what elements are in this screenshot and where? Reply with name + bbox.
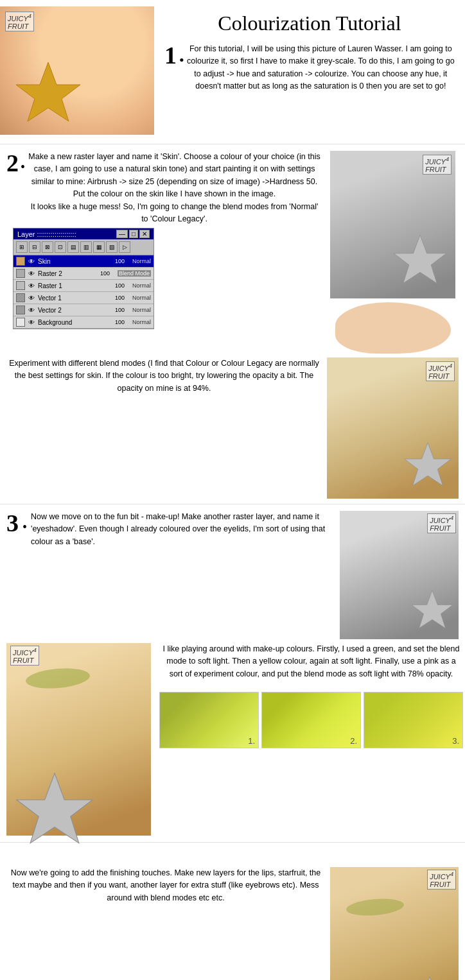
step3-detail-text: I like playing around with make-up colou… [159, 643, 463, 680]
eye-thumb-3: 3. [364, 692, 463, 748]
layer-thumb-skin [16, 257, 25, 266]
toolbar-btn-9[interactable]: ▷ [119, 241, 130, 253]
header-title-area: Colourization Tutorial 1 • For this tuto… [154, 6, 465, 98]
step2-section: 2 • Make a new raster layer and name it … [0, 147, 465, 501]
layer-name-vector1: Vector 1 [38, 295, 113, 302]
svg-marker-1 [394, 235, 446, 283]
layer-row-vector1[interactable]: 👁 Vector 1 100 Normal [13, 292, 154, 304]
toolbar-btn-7[interactable]: ▦ [93, 241, 105, 253]
step4-section: Now we're going to add the finishing tou… [0, 862, 465, 980]
step2-blend-text: Experiment with different blend modes (I… [6, 357, 322, 395]
layer-row-raster1[interactable]: 👁 Raster 1 100 Normal [13, 280, 154, 292]
step3-number: 3 [6, 511, 19, 535]
layer-panel: Layer :::::::::::::::::::: — □ ✕ ⊞ ⊟ ⊠ ⊡… [13, 228, 154, 329]
minimize-btn[interactable]: — [116, 230, 128, 238]
eye-thumbnails-row: 1. 2. 3. [159, 692, 463, 748]
step3-header-row: 3 • Now we move on to the fun bit - make… [6, 511, 459, 639]
step4-finishing-area: Now we're going to add the finishing tou… [6, 867, 325, 904]
silver-star-step2 [391, 232, 449, 292]
layer-eye-skin[interactable]: 👁 [27, 257, 36, 266]
layer-mode-vector2: Normal [132, 307, 151, 313]
toolbar-btn-2[interactable]: ⊟ [29, 241, 40, 253]
toolbar-btn-5[interactable]: ▤ [67, 241, 79, 253]
close-btn[interactable]: ✕ [139, 230, 150, 238]
step2-grey-face: JUICY4FRUIT [330, 151, 455, 298]
juicy-fruit-logo-4: JUICY4FRUIT [427, 513, 456, 533]
layer-eye-raster1[interactable]: 👁 [27, 281, 36, 290]
gold-star-header [13, 59, 83, 132]
layer-row-background[interactable]: 👁 Background 100 Normal [13, 316, 154, 329]
step3-intro-text: Now we move on to the fun bit - make-up!… [31, 511, 336, 548]
step2-text-area: 2 • Make a new raster layer and name it … [6, 151, 322, 332]
toolbar-btn-8[interactable]: ▧ [106, 241, 118, 253]
layer-row-vector2[interactable]: 👁 Vector 2 100 Normal [13, 304, 154, 316]
toolbar-btn-4[interactable]: ⊡ [55, 241, 66, 253]
step3-face-left-area: JUICY4FRUIT [6, 643, 154, 836]
layer-eye-raster2[interactable]: 👁 [27, 269, 36, 278]
eye-label-1: 1. [248, 736, 255, 746]
step4-finishing-text: Now we're going to add the finishing tou… [6, 867, 325, 904]
layer-opacity-raster2: 100 [100, 270, 116, 277]
juicy-fruit-logo-5: JUICY4FRUIT [10, 646, 39, 666]
layer-mode-raster1: Normal [132, 282, 151, 289]
layer-row-raster2[interactable]: 👁 Raster 2 100 Blend Mode [13, 268, 154, 280]
svg-marker-4 [17, 773, 92, 843]
layer-name-raster1: Raster 1 [38, 282, 113, 289]
step1-face-image: JUICY4FRUIT [0, 6, 154, 135]
step3-dot: • [22, 520, 27, 535]
eye-label-3: 3. [452, 736, 459, 746]
layer-thumb-vector2 [16, 305, 25, 314]
layer-thumb-raster2 [16, 269, 25, 278]
logo-overlay-6: JUICY4FRUIT [427, 870, 456, 890]
layer-mode-raster2: Blend Mode [118, 270, 151, 277]
layer-toolbar: ⊞ ⊟ ⊠ ⊡ ▤ ▥ ▦ ▧ ▷ [13, 239, 154, 255]
step1-number: 1 [164, 43, 177, 67]
step3-right-content: I like playing around with make-up colou… [159, 643, 463, 748]
layer-name-skin: Skin [38, 258, 113, 265]
step2-number: 2 [6, 151, 19, 175]
layer-opacity-raster1: 100 [115, 282, 130, 289]
silver-star-step2b [402, 440, 453, 494]
divider-1 [0, 144, 465, 144]
toolbar-btn-3[interactable]: ⊠ [42, 241, 53, 253]
layer-thumb-vector1 [16, 293, 25, 302]
layer-panel-titlebar: Layer :::::::::::::::::::: — □ ✕ [13, 228, 154, 239]
divider-2 [0, 504, 465, 504]
maximize-btn[interactable]: □ [129, 230, 138, 238]
layer-name-vector2: Vector 2 [38, 307, 113, 314]
skin-colour-swatch [335, 302, 451, 354]
step2-blend-note: Experiment with different blend modes (I… [6, 357, 322, 395]
juicy-fruit-logo-3: JUICY4FRUIT [426, 361, 455, 381]
silver-star-step3 [410, 589, 455, 635]
step1-text: For this tutorial, I will be using this … [187, 43, 455, 93]
layer-opacity-vector1: 100 [115, 295, 130, 301]
eye-thumb-1: 1. [159, 692, 259, 748]
layer-mode-background: Normal [132, 319, 151, 325]
step4-row: Now we're going to add the finishing tou… [6, 867, 459, 980]
silver-star-large [13, 769, 96, 855]
step4-face-right: JUICY4FRUIT [330, 867, 459, 980]
eyeshadow-overlay-4 [346, 897, 405, 918]
toolbar-btn-6[interactable]: ▥ [80, 241, 92, 253]
step2-right-images: JUICY4FRUIT [327, 151, 459, 354]
eyeshadow-overlay [25, 666, 91, 691]
layer-name-raster2: Raster 2 [38, 270, 98, 277]
step1-bullet: • [179, 52, 184, 69]
logo-overlay-3: JUICY4FRUIT [426, 361, 455, 381]
juicy-fruit-logo-2: JUICY4FRUIT [423, 155, 452, 175]
layer-opacity-vector2: 100 [115, 307, 130, 313]
layer-mode-vector1: Normal [132, 295, 151, 301]
layer-eye-vector2[interactable]: 👁 [27, 305, 36, 314]
layer-thumb-raster1 [16, 281, 25, 290]
step2-dot: • [21, 160, 25, 175]
svg-marker-2 [405, 443, 452, 486]
layer-eye-vector1[interactable]: 👁 [27, 293, 36, 302]
layer-mode-skin: Normal [132, 258, 151, 264]
svg-marker-0 [16, 62, 80, 121]
silver-star-step4 [401, 974, 459, 980]
layer-opacity-skin: 100 [115, 258, 130, 264]
toolbar-btn-1[interactable]: ⊞ [16, 241, 28, 253]
layer-row-skin[interactable]: 👁 Skin 100 Normal [13, 255, 154, 268]
logo-overlay-2: JUICY4FRUIT [423, 155, 452, 175]
layer-eye-background[interactable]: 👁 [27, 318, 36, 327]
